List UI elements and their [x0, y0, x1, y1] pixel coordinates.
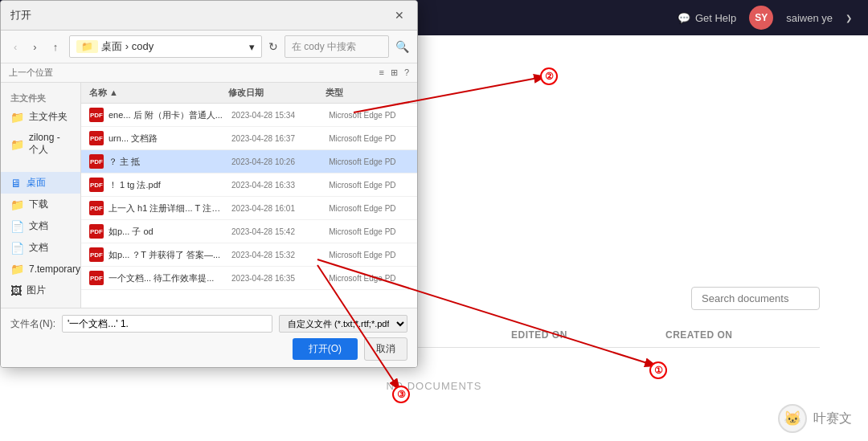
file-name-text: 上一入 h1 注册详细... T 注册详细... [108, 202, 228, 214]
file-name-text: 一个文档... 待工作效率提... [108, 272, 214, 284]
file-date: 2023-04-28 15:34 [228, 111, 326, 120]
pdf-icon: PDF [89, 131, 104, 145]
sidebar-item-docs2[interactable]: 📄 文档 [1, 237, 80, 259]
refresh-button[interactable]: ↻ [268, 40, 278, 53]
sidebar-item-zilong[interactable]: 📁 zilong - 个人 [1, 128, 80, 161]
view-options: ≡ ⊞ ? [379, 67, 409, 78]
filetype-select[interactable]: 自定义文件 (*.txt;*.rtf;*.pdf;*.m [279, 315, 407, 333]
file-name-cell: PDF ene... 后 附（用卡）普通人... [89, 108, 228, 122]
dialog-file-list: 名称 ▲ 修改日期 类型 PDF ene... 后 附（用卡）普通人... 20… [81, 83, 417, 308]
watermark-text: 叶赛文 [813, 410, 852, 427]
sidebar-label-main: 主文件夹 [29, 110, 68, 124]
file-row[interactable]: PDF ！ 1 tg 法.pdf 2023-04-28 16:33 Micros… [81, 174, 417, 197]
file-type: Microsoft Edge PD [326, 204, 409, 213]
breadcrumb-dropdown[interactable]: ▾ [249, 41, 255, 53]
file-row[interactable]: PDF 一个文档... 待工作效率提... 2023-04-28 16:35 M… [81, 267, 417, 290]
file-row-selected[interactable]: PDF ？ 主 抵 2023-04-28 10:26 Microsoft Edg… [81, 150, 417, 174]
file-list-header: 名称 ▲ 修改日期 类型 [81, 83, 417, 104]
sidebar-item-main-folder[interactable]: 📁 主文件夹 [1, 106, 80, 128]
pdf-icon: PDF [89, 271, 104, 285]
sidebar-item-docs1[interactable]: 📄 文档 [1, 215, 80, 237]
file-row[interactable]: PDF ene... 后 附（用卡）普通人... 2023-04-28 15:3… [81, 104, 417, 127]
dialog-search-bar[interactable]: 在 cody 中搜索 [285, 35, 389, 58]
file-type: Microsoft Edge PD [326, 181, 409, 190]
nav-up-button[interactable]: ↑ [48, 39, 63, 55]
folder-icon: 📁 [10, 111, 24, 124]
watermark-emoji: 🐱 [784, 410, 801, 427]
file-name-text: urn... 文档路 [108, 133, 158, 145]
list-view-icon[interactable]: ≡ [379, 67, 383, 78]
dialog-nav-area: 主文件夹 📁 主文件夹 📁 zilong - 个人 🖥 桌面 📁 下载 📄 文档 [1, 83, 417, 308]
footer-actions-row: 打开(O) 取消 [10, 337, 407, 361]
folder-icon-desktop: 🖥 [10, 177, 22, 190]
nav-back-button[interactable]: ‹ [9, 39, 22, 55]
file-type: Microsoft Edge PD [326, 157, 409, 166]
watermark-icon: 🐱 [778, 404, 807, 433]
col-created: CREATED ON [665, 329, 820, 341]
avatar: SY [749, 6, 773, 30]
search-icon: 🔍 [395, 40, 409, 53]
dialog-title: 打开 [10, 8, 31, 22]
grid-view-icon[interactable]: ⊞ [391, 67, 398, 78]
parent-folder-label: 上一个位置 [9, 67, 53, 79]
file-date: 2023-04-28 15:32 [228, 251, 326, 259]
breadcrumb-folder-icon: 📁 [76, 40, 98, 53]
file-date: 2023-04-28 16:35 [228, 274, 326, 283]
sidebar-item-downloads[interactable]: 📁 下载 [1, 194, 80, 215]
file-name-cell: PDF urn... 文档路 [89, 131, 228, 145]
open-button[interactable]: 打开(O) [293, 338, 358, 360]
sidebar-section-main: 主文件夹 [1, 89, 80, 106]
cancel-button[interactable]: 取消 [364, 337, 407, 361]
file-name-text: ene... 后 附（用卡）普通人... [108, 109, 223, 121]
dialog-search-placeholder: 在 cody 中搜索 [292, 40, 356, 54]
filename-input[interactable] [62, 315, 272, 333]
sidebar-label-temp: 7.temporary [29, 263, 80, 275]
footer-filename-row: 文件名(N): 自定义文件 (*.txt;*.rtf;*.pdf;*.m [10, 315, 407, 333]
chevron-down-icon[interactable]: ❯ [845, 14, 852, 22]
col-header-type[interactable]: 类型 [326, 87, 409, 99]
folder-icon-pics: 🖼 [10, 284, 22, 297]
file-type: Microsoft Edge PD [326, 134, 409, 143]
file-type: Microsoft Edge PD [326, 274, 409, 283]
folder-icon-temp: 📁 [10, 263, 24, 276]
folder-icon-2: 📁 [10, 138, 24, 151]
file-name-cell: PDF ？ 主 抵 [89, 154, 228, 169]
file-row[interactable]: PDF 上一入 h1 注册详细... T 注册详细... 2023-04-28 … [81, 197, 417, 220]
pdf-icon: PDF [89, 224, 104, 239]
file-date: 2023-04-28 16:01 [228, 204, 326, 213]
file-row[interactable]: PDF urn... 文档路 2023-04-28 16:37 Microsof… [81, 127, 417, 150]
help-icon: 💬 [678, 12, 690, 24]
file-row[interactable]: PDF 如p... 子 od 2023-04-28 15:42 Microsof… [81, 220, 417, 243]
file-name-cell: PDF 如p... 子 od [89, 224, 228, 239]
file-type: Microsoft Edge PD [326, 251, 409, 259]
file-row[interactable]: PDF 如p... ？T 并获得了 答案—... 2023-04-28 15:3… [81, 243, 417, 267]
file-date: 2023-04-28 15:42 [228, 227, 326, 236]
user-name: saiwen ye [786, 12, 833, 24]
file-name-cell: PDF 如p... ？T 并获得了 答案—... [89, 247, 228, 262]
nav-forward-button[interactable]: › [28, 39, 41, 55]
sidebar-label-downloads: 下载 [29, 198, 48, 211]
dialog-close-button[interactable]: ✕ [391, 7, 407, 23]
get-help-button[interactable]: 💬 Get Help [678, 12, 736, 24]
folder-icon-docs2: 📄 [10, 242, 24, 255]
user-initials: SY [755, 12, 768, 23]
dialog-toolbar: ‹ › ↑ 📁 桌面 › cody ▾ ↻ 在 cody 中搜索 🔍 [1, 31, 417, 63]
file-name-text: ？ 主 抵 [108, 156, 140, 168]
file-dialog: 打开 ✕ ‹ › ↑ 📁 桌面 › cody ▾ ↻ 在 cody 中搜索 🔍 … [0, 0, 418, 368]
sidebar-item-desktop[interactable]: 🖥 桌面 [1, 172, 80, 194]
file-date: 2023-04-28 10:26 [228, 157, 326, 166]
pdf-icon: PDF [89, 108, 104, 122]
sidebar-item-temp[interactable]: 📁 7.temporary [1, 259, 80, 280]
search-input[interactable] [691, 287, 820, 310]
dialog-title-bar: 打开 ✕ [1, 1, 417, 31]
file-date: 2023-04-28 16:37 [228, 134, 326, 143]
col-header-date[interactable]: 修改日期 [228, 87, 326, 99]
sidebar-label-docs1: 文档 [29, 219, 48, 233]
file-date: 2023-04-28 16:33 [228, 181, 326, 190]
options-bar: 上一个位置 ≡ ⊞ ? [1, 63, 417, 83]
file-name-text: 如p... 子 od [108, 226, 154, 238]
sidebar-item-pics[interactable]: 🖼 图片 [1, 280, 80, 301]
dialog-sidebar: 主文件夹 📁 主文件夹 📁 zilong - 个人 🖥 桌面 📁 下载 📄 文档 [1, 83, 81, 308]
help-dialog-icon[interactable]: ? [404, 67, 409, 78]
col-header-name[interactable]: 名称 ▲ [89, 87, 228, 99]
